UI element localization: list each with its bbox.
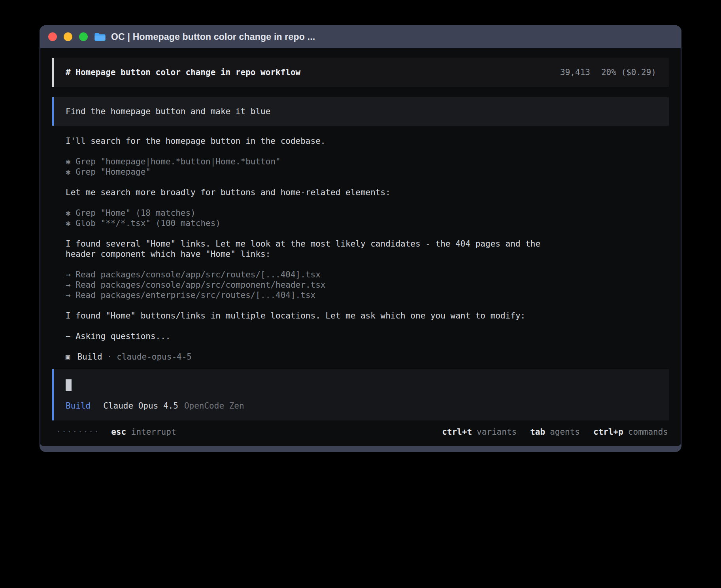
text-cursor — [66, 379, 72, 391]
current-model[interactable]: Claude Opus 4.5 — [103, 401, 178, 411]
tool-call-group: ✱ Grep "Home" (18 matches) ✱ Glob "**/*.… — [66, 208, 669, 228]
tool-call-group: ✱ Grep "homepage|home.*button|Home.*butt… — [66, 156, 669, 177]
assistant-text: I found several "Home" links. Let me loo… — [66, 239, 568, 259]
close-button[interactable] — [48, 32, 57, 41]
current-provider: OpenCode Zen — [184, 401, 244, 411]
tool-call-read: → Read packages/console/app/src/routes/[… — [66, 270, 669, 280]
agent-square-icon: ▣ — [66, 352, 70, 362]
terminal-window: OC | Homepage button color change in rep… — [40, 25, 681, 452]
prompt-input[interactable]: Build Claude Opus 4.5 OpenCode Zen — [52, 369, 669, 420]
user-message: Find the homepage button and make it blu… — [52, 97, 669, 126]
session-title: # Homepage button color change in repo w… — [66, 67, 300, 77]
folder-icon — [94, 32, 106, 41]
transcript: I'll search for the homepage button in t… — [52, 136, 669, 362]
tool-pending-icon: ✱ — [66, 167, 71, 177]
tool-call-read: → Read packages/enterprise/src/routes/[.… — [66, 290, 669, 300]
context-cost: 20% ($0.29) — [601, 67, 656, 77]
assistant-text: I found "Home" buttons/links in multiple… — [66, 311, 669, 321]
tool-pending-icon: ✱ — [66, 208, 71, 218]
tool-call-grep: ✱ Grep "Home" (18 matches) — [66, 208, 669, 218]
status-left: ········ esc interrupt — [56, 427, 176, 437]
tool-call-read: → Read packages/console/app/src/componen… — [66, 280, 669, 290]
asking-questions-status: ~ Asking questions... — [66, 331, 669, 341]
assistant-text: I'll search for the homepage button in t… — [66, 136, 669, 146]
window-title: OC | Homepage button color change in rep… — [111, 32, 315, 42]
tool-call-grep: ✱ Grep "homepage|home.*button|Home.*butt… — [66, 156, 669, 167]
window-titlebar[interactable]: OC | Homepage button color change in rep… — [40, 25, 681, 48]
agent-model: claude-opus-4-5 — [117, 352, 192, 362]
commands-hint: ctrl+p commands — [593, 427, 668, 437]
agents-hint: tab agents — [530, 427, 580, 437]
agent-name: Build — [77, 352, 102, 362]
esc-hint: esc interrupt — [111, 427, 176, 437]
title-wrap: OC | Homepage button color change in rep… — [94, 32, 315, 42]
traffic-lights — [48, 25, 88, 48]
status-right: ctrl+t variants tab agents ctrl+p comman… — [442, 427, 668, 437]
tool-pending-icon: ✱ — [66, 219, 71, 228]
dot-separator: · — [107, 352, 112, 362]
assistant-text: Let me search more broadly for buttons a… — [66, 187, 669, 198]
agent-status-line: ▣ Build · claude-opus-4-5 — [66, 352, 669, 362]
input-meta: Build Claude Opus 4.5 OpenCode Zen — [66, 401, 657, 411]
tool-call-glob: ✱ Glob "**/*.tsx" (100 matches) — [66, 218, 669, 228]
variants-hint: ctrl+t variants — [442, 427, 517, 437]
arrow-icon: → — [66, 280, 71, 290]
status-bar: ········ esc interrupt ctrl+t variants t… — [52, 427, 669, 439]
tool-call-group: → Read packages/console/app/src/routes/[… — [66, 270, 669, 300]
arrow-icon: → — [66, 290, 71, 300]
session-header: # Homepage button color change in repo w… — [52, 58, 669, 87]
spinner-dots: ········ — [56, 427, 99, 437]
minimize-button[interactable] — [64, 32, 72, 41]
zoom-button[interactable] — [79, 32, 88, 41]
arrow-icon: → — [66, 270, 71, 279]
user-message-text: Find the homepage button and make it blu… — [66, 106, 270, 117]
tool-pending-icon: ✱ — [66, 157, 71, 166]
current-agent-badge[interactable]: Build — [66, 401, 91, 411]
tool-call-grep: ✱ Grep "Homepage" — [66, 167, 669, 177]
token-count: 39,413 — [560, 67, 590, 77]
terminal-body: # Homepage button color change in repo w… — [40, 48, 681, 446]
session-stats: 39,413 20% ($0.29) — [560, 67, 656, 77]
